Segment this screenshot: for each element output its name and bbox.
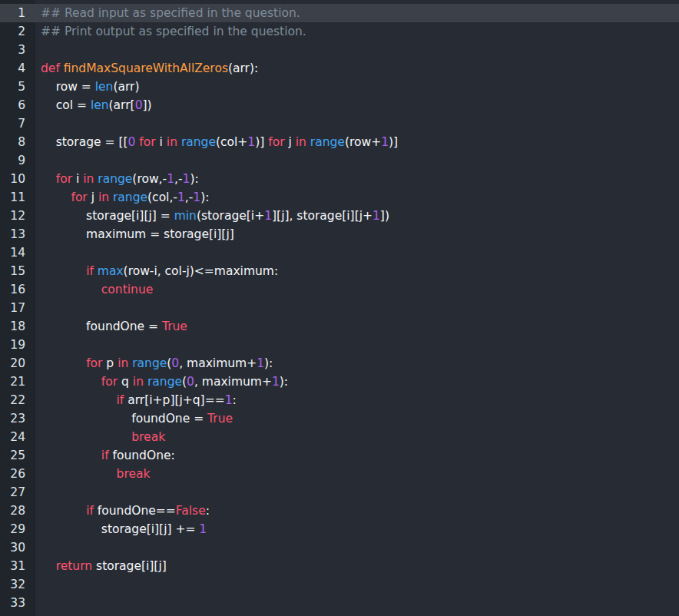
code-token-keyword: if: [86, 504, 94, 518]
code-line[interactable]: 5 row = len(arr): [0, 78, 679, 96]
code-line[interactable]: 26 break: [0, 465, 679, 483]
line-number: 30: [0, 538, 35, 557]
code-token-default: , maximum+: [179, 356, 257, 370]
code-token-default: ][j], storage[i][j+: [272, 209, 373, 223]
line-number: 3: [0, 41, 35, 59]
code-line[interactable]: 25 if foundOne:: [0, 446, 679, 465]
code-token-default: ):: [200, 190, 209, 204]
code-line[interactable]: 1## Read input as specified in the quest…: [0, 4, 679, 22]
code-token-default: [41, 375, 101, 389]
code-token-default: [41, 559, 56, 573]
line-number: 4: [0, 59, 35, 78]
code-token-default: arr[i+p][j+q]==: [124, 393, 224, 407]
code-token-number: 1: [199, 522, 207, 536]
line-number: 19: [0, 336, 35, 354]
line-number: 29: [0, 520, 35, 538]
code-text: [35, 575, 679, 594]
code-token-default: [41, 467, 117, 481]
code-token-keyword: in: [118, 356, 128, 370]
code-token-default: ]): [143, 98, 152, 112]
code-token-default: [41, 356, 86, 370]
code-line[interactable]: 31 return storage[i][j]: [0, 557, 679, 575]
code-line[interactable]: 21 for q in range(0, maximum+1):: [0, 373, 679, 391]
code-line[interactable]: 6 col = len(arr[0]): [0, 96, 679, 114]
code-token-default: [41, 504, 86, 518]
code-token-builtin: range: [310, 135, 345, 149]
code-line[interactable]: 22 if arr[i+p][j+q]==1:: [0, 391, 679, 409]
line-number: 20: [0, 354, 35, 373]
line-number: 21: [0, 373, 35, 391]
code-token-keyword: def: [41, 61, 64, 75]
code-token-default: :: [233, 393, 237, 407]
code-text: if arr[i+p][j+q]==1:: [35, 391, 679, 409]
code-token-default: )]: [255, 135, 268, 149]
code-line[interactable]: 12 storage[i][j] = min(storage[i+1][j], …: [0, 207, 679, 225]
code-text: [35, 594, 679, 612]
code-line[interactable]: 23 foundOne = True: [0, 409, 679, 428]
code-line[interactable]: 18 foundOne = True: [0, 317, 679, 336]
code-line[interactable]: 3: [0, 41, 679, 59]
code-line[interactable]: 10 for i in range(row,-1,-1):: [0, 170, 679, 188]
line-number: 16: [0, 280, 35, 299]
code-line[interactable]: 13 maximum = storage[i][j]: [0, 225, 679, 243]
code-token-default: i: [72, 172, 83, 186]
code-line[interactable]: 4def findMaxSquareWithAllZeros(arr):: [0, 59, 679, 78]
code-line[interactable]: 30: [0, 538, 679, 557]
code-token-builtin: max: [98, 264, 124, 278]
code-line[interactable]: 32: [0, 575, 679, 594]
code-line[interactable]: 15 if max(row-i, col-j)<=maximum:: [0, 262, 679, 280]
code-token-default: (arr[: [109, 98, 135, 112]
line-number: 17: [0, 299, 35, 317]
code-token-default: row =: [41, 80, 95, 94]
code-text: if foundOne:: [35, 446, 679, 465]
code-line[interactable]: 9: [0, 151, 679, 170]
code-token-number: 0: [187, 375, 194, 389]
code-token-default: j: [88, 190, 98, 204]
code-token-default: (col+: [216, 135, 247, 149]
line-number: 12: [0, 207, 35, 225]
line-number: 8: [0, 133, 35, 151]
code-token-keyword: for: [139, 135, 155, 149]
line-number: 14: [0, 243, 35, 262]
code-token-number: 1: [225, 393, 233, 407]
code-token-default: col =: [41, 98, 91, 112]
code-token-keyword: if: [117, 393, 124, 407]
code-text: [35, 483, 679, 502]
code-line[interactable]: 33: [0, 594, 679, 612]
code-line[interactable]: 20 for p in range(0, maximum+1):: [0, 354, 679, 373]
code-text: storage[i][j] = min(storage[i+1][j], sto…: [35, 207, 679, 225]
code-line[interactable]: 29 storage[i][j] += 1: [0, 520, 679, 538]
code-line[interactable]: 28 if foundOne==False:: [0, 502, 679, 520]
code-token-number: 1: [167, 172, 174, 186]
code-line[interactable]: 19: [0, 336, 679, 354]
code-token-keyword: in: [296, 135, 306, 149]
line-number: 1: [0, 4, 35, 22]
code-line[interactable]: 7: [0, 114, 679, 133]
code-token-default: q: [118, 375, 133, 389]
code-token-default: )]: [389, 135, 398, 149]
code-token-default: storage = [[: [41, 135, 128, 149]
code-text: maximum = storage[i][j]: [35, 225, 679, 243]
code-token-default: foundOne:: [109, 449, 175, 462]
code-line[interactable]: 27: [0, 483, 679, 502]
code-editor[interactable]: 1## Read input as specified in the quest…: [0, 0, 679, 616]
code-line[interactable]: 17: [0, 299, 679, 317]
code-line[interactable]: 2## Print output as specified in the que…: [0, 22, 679, 41]
code-line[interactable]: 16 continue: [0, 280, 679, 299]
code-token-builtin: min: [174, 209, 197, 223]
code-text: for i in range(row,-1,-1):: [35, 170, 679, 188]
code-text: break: [35, 428, 679, 446]
code-token-builtin: range: [113, 190, 147, 204]
code-line[interactable]: 14: [0, 243, 679, 262]
code-line[interactable]: 8 storage = [[0 for i in range(col+1)] f…: [0, 133, 679, 151]
code-line[interactable]: 11 for j in range(col,-1,-1):: [0, 188, 679, 207]
code-line[interactable]: 24 break: [0, 428, 679, 446]
line-number: 9: [0, 151, 35, 170]
line-number: 25: [0, 446, 35, 465]
code-token-default: ,-: [174, 172, 183, 186]
code-token-default: storage[i][j]: [92, 559, 167, 573]
code-text: ## Print output as specified in the ques…: [35, 22, 679, 41]
line-number: 15: [0, 262, 35, 280]
code-text: if max(row-i, col-j)<=maximum:: [35, 262, 679, 280]
code-token-default: [41, 393, 117, 407]
